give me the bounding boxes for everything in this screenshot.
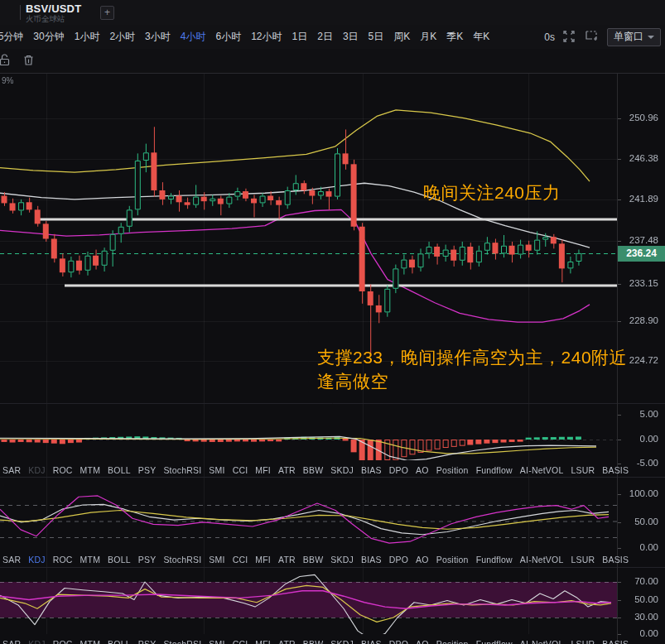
indicator-tab-BBW[interactable]: BBW [303,555,324,565]
kline-chart-canvas[interactable] [0,0,665,644]
indicator-tab-PSY[interactable]: PSY [138,465,157,475]
indicator-tab-KDJ[interactable]: KDJ [28,465,45,475]
indicator-tab-ROC[interactable]: ROC [53,465,73,475]
indicator-tab-row-3: SARKDJROCMTMBOLLPSYStochRSISMICCIMFIATRB… [2,636,617,644]
axis-label: 241.89 [629,194,658,204]
indicator-tab-SAR[interactable]: SAR [2,555,21,565]
timeframe-tab-15分钟[interactable]: 15分钟 [0,30,23,44]
indicator-tab-CCI[interactable]: CCI [233,465,248,475]
indicator-tab-BIAS[interactable]: BIAS [361,555,382,565]
indicator-tab-SAR[interactable]: SAR [2,639,21,644]
indicator-tab-SMI[interactable]: SMI [209,639,224,644]
trading-app-window: BSV/USDT 火币全球站 + 15分钟30分钟1小时2小时3小时4小时6小时… [0,0,665,644]
axis-label: 0.00 [640,628,658,638]
indicator-tab-MTM[interactable]: MTM [80,555,101,565]
indicator-tab-CCI[interactable]: CCI [233,639,248,644]
indicator-tab-SKDJ[interactable]: SKDJ [330,639,354,644]
indicator-tab-Position[interactable]: Position [436,465,469,475]
trash-icon[interactable] [22,53,36,68]
resistance-annotation: 晚间关注240压力 [423,181,561,204]
indicator-tab-Fundflow[interactable]: Fundflow [476,555,513,565]
indicator-tab-MFI[interactable]: MFI [255,465,271,475]
timeframe-tab-4小时[interactable]: 4小时 [181,30,206,44]
axis-label: 250.96 [629,113,658,123]
add-symbol-button[interactable]: + [100,6,114,20]
timeframe-tab-6小时[interactable]: 6小时 [215,30,241,44]
indicator-tab-BIAS[interactable]: BIAS [361,465,382,475]
indicator-tab-SMI[interactable]: SMI [209,555,224,565]
add-pane-icon[interactable] [585,30,600,45]
support-annotation-line1: 支撑233，晚间操作高空为主，240附近 [317,345,627,369]
indicator-tab-MTM[interactable]: MTM [80,465,101,475]
indicator-tab-PSY[interactable]: PSY [138,639,157,644]
indicator-tab-Position[interactable]: Position [436,639,469,644]
indicator-tab-ROC[interactable]: ROC [53,555,73,565]
indicator-tab-LSUR[interactable]: LSUR [571,639,595,644]
timeframe-tab-月K[interactable]: 月K [420,30,436,44]
axis-label: 50.00 [634,517,658,526]
indicator-tab-BASIS[interactable]: BASIS [602,639,629,644]
timeframe-tab-3小时[interactable]: 3小时 [145,30,171,44]
indicator-tab-ATR[interactable]: ATR [278,639,296,644]
indicator-tab-BBW[interactable]: BBW [303,465,324,475]
candle-countdown: 0s [544,31,555,43]
indicator-tab-SKDJ[interactable]: SKDJ [330,555,354,565]
indicator-tab-BIAS[interactable]: BIAS [361,639,382,644]
indicator-tab-KDJ[interactable]: KDJ [28,639,45,644]
indicator-tab-BASIS[interactable]: BASIS [602,555,629,565]
title-bar: BSV/USDT 火币全球站 + [0,0,665,26]
timeframe-tab-周K[interactable]: 周K [393,30,410,44]
indicator-tab-BOLL[interactable]: BOLL [108,555,131,565]
timeframe-tab-年K[interactable]: 年K [473,30,489,44]
indicator-tab-AI-NetVOL[interactable]: AI-NetVOL [520,465,564,475]
indicator-tab-BOLL[interactable]: BOLL [108,465,131,475]
indicator-tab-StochRSI[interactable]: StochRSI [163,639,201,644]
timeframe-tab-2日[interactable]: 2日 [317,30,333,44]
indicator-tab-ROC[interactable]: ROC [53,639,73,644]
indicator-tab-SKDJ[interactable]: SKDJ [330,465,354,475]
indicator-tab-BOLL[interactable]: BOLL [108,639,131,644]
timeframe-bar-right: 0s 单窗口 [539,25,661,49]
indicator-tab-Position[interactable]: Position [436,555,469,565]
indicator-tab-LSUR[interactable]: LSUR [571,555,595,565]
axis-label: 50.00 [634,594,658,604]
indicator-tab-DPO[interactable]: DPO [389,465,408,475]
indicator-tab-ATR[interactable]: ATR [278,555,296,565]
indicator-tab-CCI[interactable]: CCI [233,555,248,565]
clipped-indicator-value: 9% [2,76,13,85]
fullscreen-icon[interactable] [562,30,577,45]
indicator-tab-StochRSI[interactable]: StochRSI [163,555,201,565]
indicator-tab-ATR[interactable]: ATR [278,465,296,475]
timeframe-tab-季K[interactable]: 季K [446,30,463,44]
indicator-tab-AI-NetVOL[interactable]: AI-NetVOL [520,555,564,565]
timeframe-tab-3日[interactable]: 3日 [343,30,359,44]
timeframe-tab-2小时[interactable]: 2小时 [109,30,135,44]
timeframe-tab-5日[interactable]: 5日 [369,30,384,44]
indicator-tab-SMI[interactable]: SMI [209,465,224,475]
lock-icon[interactable] [0,53,12,68]
indicator-tab-MFI[interactable]: MFI [255,639,271,644]
indicator-tab-AO[interactable]: AO [416,639,429,644]
indicator-tab-DPO[interactable]: DPO [389,639,408,644]
window-mode-dropdown[interactable]: 单窗口 [607,28,661,46]
indicator-tab-KDJ[interactable]: KDJ [28,555,45,565]
indicator-tab-Fundflow[interactable]: Fundflow [476,465,513,475]
indicator-tab-StochRSI[interactable]: StochRSI [163,465,201,475]
indicator-tab-MTM[interactable]: MTM [80,639,101,644]
indicator-tab-AI-NetVOL[interactable]: AI-NetVOL [520,639,564,644]
timeframe-tab-12小时[interactable]: 12小时 [251,30,282,44]
indicator-tab-SAR[interactable]: SAR [2,465,21,475]
indicator-tab-BASIS[interactable]: BASIS [602,465,629,475]
indicator-tab-AO[interactable]: AO [416,465,429,475]
indicator-tab-MFI[interactable]: MFI [255,555,271,565]
indicator-tab-DPO[interactable]: DPO [389,555,408,565]
timeframe-tab-1日[interactable]: 1日 [292,30,308,44]
indicator-tab-PSY[interactable]: PSY [138,555,157,565]
axis-label: 5.00 [640,409,658,419]
indicator-tab-LSUR[interactable]: LSUR [571,465,595,475]
indicator-tab-Fundflow[interactable]: Fundflow [476,639,513,644]
indicator-tab-AO[interactable]: AO [416,555,429,565]
timeframe-tab-1小时[interactable]: 1小时 [75,30,100,44]
indicator-tab-BBW[interactable]: BBW [303,639,324,644]
timeframe-tab-30分钟[interactable]: 30分钟 [33,30,64,44]
